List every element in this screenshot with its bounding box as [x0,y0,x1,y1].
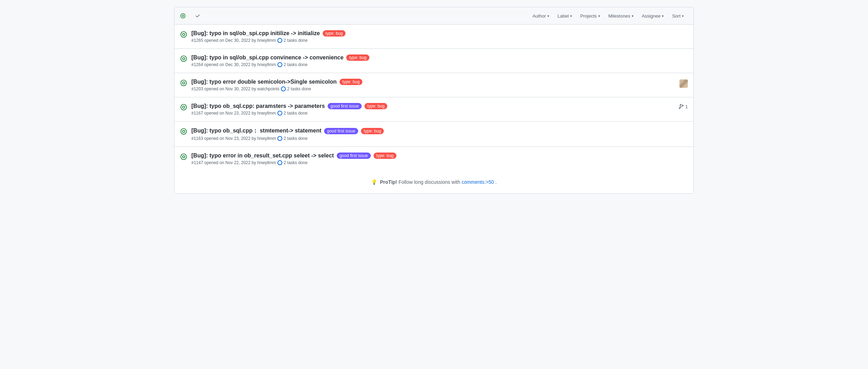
protip-strong: ProTip! [380,179,397,185]
open-issue-icon [180,13,186,19]
issue-open-icon [180,31,187,39]
issue-content: [Bug]: typo in sql/ob_spi.cpp initilize … [191,30,688,43]
issue-title[interactable]: [Bug]: typo in sql/ob_spi.cpp convinence… [191,54,343,61]
svg-point-1 [182,15,184,17]
issue-meta: #1147 opened on Nov 22, 2022 by hnwyllmm… [191,160,688,165]
issue-open-icon [180,55,187,63]
svg-point-3 [183,33,185,35]
filters-right: Author ▾ Label ▾ Projects ▾ Milestones ▾… [528,12,688,20]
issue-row: [Bug]: typo in sql/ob_spi.cpp initilize … [175,25,693,49]
tasks-badge: 2 tasks done [277,160,308,165]
svg-point-6 [181,80,186,86]
issue-meta: #1264 opened on Dec 30, 2022 by hnwyllmm… [191,62,688,67]
protip-section: 💡 ProTip! Follow long discussions with c… [175,171,693,193]
issue-title-line: [Bug]: typo ob_sql.cpp： stmtement-> stat… [191,127,688,135]
issue-title[interactable]: [Bug]: typo ob_sql.cpp： stmtement-> stat… [191,127,321,135]
projects-filter-button[interactable]: Projects ▾ [576,12,604,20]
issue-title[interactable]: [Bug]: typo ob_sql.cpp: paramsters -> pa… [191,103,325,109]
issue-label-bug[interactable]: type: bug [340,79,362,85]
tasks-badge: 2 tasks done [277,38,308,43]
issue-number: #1167 opened on Nov 23, 2022 by hnwyllmm [191,111,276,116]
issue-title[interactable]: [Bug]: typo error in ob_result_set.cpp s… [191,153,334,159]
label-filter-button[interactable]: Label ▾ [553,12,576,20]
svg-point-12 [181,154,186,160]
tasks-circle-icon [277,111,282,116]
issue-number: #1163 opened on Nov 23, 2022 by hnwyllmm [191,136,276,141]
issue-label-good-first[interactable]: good first issue [324,128,358,134]
tasks-label: 2 tasks done [287,86,311,91]
issue-content: [Bug]: typo error in ob_result_set.cpp s… [191,153,688,165]
issue-content: [Bug]: typo in sql/ob_spi.cpp convinence… [191,54,688,67]
issue-row: [Bug]: typo in sql/ob_spi.cpp convinence… [175,49,693,73]
issue-row: [Bug]: typo error double semicolon->Sing… [175,73,693,97]
issue-meta: #1265 opened on Dec 30, 2022 by hnwyllmm… [191,38,688,43]
tasks-label: 2 tasks done [284,111,308,116]
assignee-filter-label: Assignee [642,13,660,19]
svg-point-9 [183,106,185,108]
issue-label-bug[interactable]: type: bug [374,153,396,159]
svg-point-4 [181,56,186,62]
tasks-label: 2 tasks done [284,38,308,43]
issue-title[interactable]: [Bug]: typo error double semicolon->Sing… [191,79,337,85]
assignee-avatar [679,79,688,88]
issue-label-good-first[interactable]: good first issue [337,153,371,159]
svg-point-0 [181,14,185,18]
issues-header: Author ▾ Label ▾ Projects ▾ Milestones ▾… [175,7,693,25]
issue-label-bug[interactable]: type: bug [361,128,384,134]
issue-row: [Bug]: typo error in ob_result_set.cpp s… [175,147,693,171]
sort-filter-label: Sort [672,13,680,19]
tasks-badge: 2 tasks done [277,111,308,116]
issue-open-icon [180,104,187,112]
svg-point-8 [181,104,186,110]
issues-list: [Bug]: typo in sql/ob_spi.cpp initilize … [175,25,693,171]
issue-title[interactable]: [Bug]: typo in sql/ob_spi.cpp initilize … [191,30,320,37]
issue-meta: #1167 opened on Nov 23, 2022 by hnwyllmm… [191,111,673,116]
issue-open-icon [180,128,187,136]
issue-meta: #1163 opened on Nov 23, 2022 by hnwyllmm… [191,136,688,141]
issue-open-icon [180,79,187,88]
issue-label-bug[interactable]: type: bug [346,54,369,61]
tasks-badge: 2 tasks done [277,62,308,67]
tasks-circle-icon [277,136,282,141]
author-chevron-icon: ▾ [547,14,549,18]
issue-title-line: [Bug]: typo error in ob_result_set.cpp s… [191,153,688,159]
open-issues-tab[interactable] [180,12,188,20]
pr-count: 1 [678,104,688,109]
label-chevron-icon: ▾ [570,14,572,18]
protip-link[interactable]: comments:>50 [462,179,494,185]
pr-icon [678,104,684,109]
issue-label-good-first[interactable]: good first issue [328,103,362,109]
tasks-circle-icon [281,86,286,91]
issue-content: [Bug]: typo ob_sql.cpp: paramsters -> pa… [191,103,673,116]
issue-number: #1265 opened on Dec 30, 2022 by hnwyllmm [191,38,276,43]
protip-text: Follow long discussions with [399,179,462,185]
issue-row: [Bug]: typo ob_sql.cpp: paramsters -> pa… [175,97,693,122]
tasks-circle-icon [277,62,282,67]
assignee-filter-button[interactable]: Assignee ▾ [638,12,668,20]
issue-right: 1 [678,104,688,109]
tasks-badge: 2 tasks done [281,86,311,91]
projects-filter-label: Projects [580,13,597,19]
issue-label-bug[interactable]: type: bug [323,30,346,37]
issue-row: [Bug]: typo ob_sql.cpp： stmtement-> stat… [175,122,693,147]
closed-issue-icon [195,13,200,19]
issue-title-line: [Bug]: typo ob_sql.cpp: paramsters -> pa… [191,103,673,109]
issue-label-bug[interactable]: type: bug [364,103,387,109]
issues-container: Author ▾ Label ▾ Projects ▾ Milestones ▾… [174,7,694,194]
author-filter-button[interactable]: Author ▾ [528,12,553,20]
protip-period: . [495,179,497,185]
author-filter-label: Author [532,13,546,19]
label-filter-label: Label [558,13,569,19]
projects-chevron-icon: ▾ [598,14,600,18]
milestones-filter-button[interactable]: Milestones ▾ [604,12,638,20]
svg-point-10 [181,129,186,134]
bulb-icon: 💡 [371,179,377,185]
sort-filter-button[interactable]: Sort ▾ [668,12,688,20]
milestones-chevron-icon: ▾ [632,14,633,18]
tasks-circle-icon [277,38,282,43]
svg-point-13 [183,156,185,158]
closed-issues-tab[interactable] [195,12,203,20]
svg-point-7 [183,82,185,84]
issue-right [679,79,688,88]
sort-chevron-icon: ▾ [682,14,684,18]
